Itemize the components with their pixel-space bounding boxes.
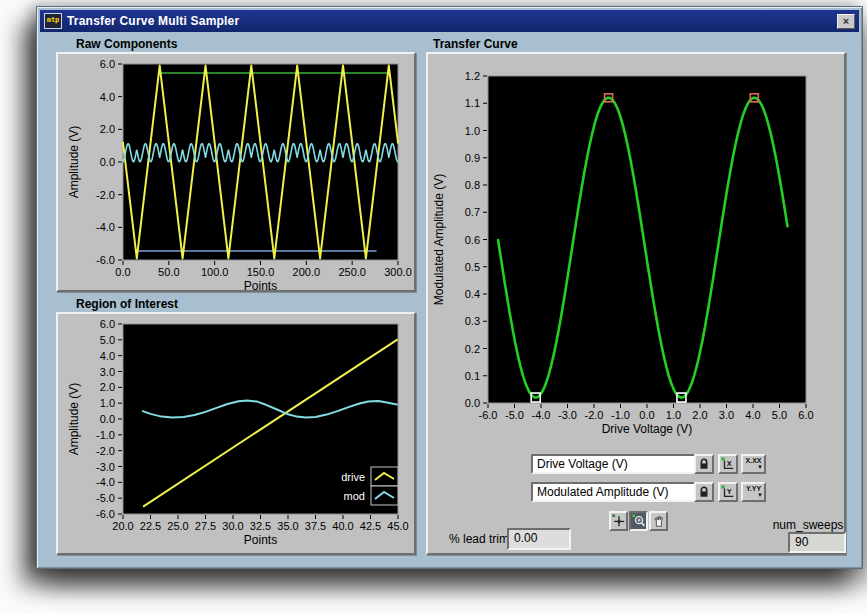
dropdown-arrow-icon: ▼ [757,492,763,498]
transfer-curve-panel-title: Transfer Curve [433,37,518,51]
lead-trim-input[interactable]: 0.00 [507,528,571,550]
svg-text:250.0: 250.0 [338,266,366,278]
transfer-curve-graph: -6.0-5.0-4.0-3.0-2.0-1.00.01.02.03.04.05… [428,54,844,458]
svg-text:150.0: 150.0 [247,266,275,278]
svg-text:Amplitude (V): Amplitude (V) [67,126,81,199]
window-title: Transfer Curve Multi Sampler [67,14,239,28]
close-button[interactable]: × [837,14,855,29]
svg-text:-6.0: -6.0 [96,508,115,520]
svg-text:Drive Voltage (V): Drive Voltage (V) [602,422,693,436]
y-axis-lock-button[interactable] [694,482,714,502]
svg-text:2.0: 2.0 [100,381,115,393]
svg-text:-1.0: -1.0 [611,409,630,421]
svg-text:4.0: 4.0 [100,350,115,362]
svg-text:Points: Points [244,533,277,547]
app-icon: mtp [44,13,62,29]
title-bar[interactable]: mtp Transfer Curve Multi Sampler × [40,10,859,32]
svg-text:1.2: 1.2 [465,70,480,82]
svg-text:Amplitude (V): Amplitude (V) [67,383,81,456]
svg-text:6.0: 6.0 [100,58,115,70]
lock-icon [697,485,711,499]
region-of-interest-graph: 20.022.525.027.530.032.535.037.540.042.5… [58,314,414,557]
y-scale-format-button[interactable]: Y.YY ▼ [741,482,766,502]
svg-text:2.0: 2.0 [692,409,707,421]
svg-text:27.5: 27.5 [195,520,216,532]
x-axis-autoscale-button[interactable]: X [718,454,738,474]
dropdown-arrow-icon: ▼ [757,464,763,470]
svg-text:Modulated Amplitude (V): Modulated Amplitude (V) [432,174,446,305]
svg-text:-2.0: -2.0 [96,189,115,201]
svg-text:0.1: 0.1 [465,370,480,382]
raw-components-graph: 0.050.0100.0150.0200.0250.0300.0-6.0-4.0… [58,54,414,294]
svg-text:0.7: 0.7 [465,206,480,218]
svg-text:X: X [727,459,732,468]
svg-text:0.9: 0.9 [465,152,480,164]
svg-text:6.0: 6.0 [100,318,115,330]
svg-text:mod: mod [344,490,365,502]
svg-text:100.0: 100.0 [201,266,229,278]
svg-text:-3.0: -3.0 [96,461,115,473]
raw-components-panel-title: Raw Components [76,37,177,51]
region-of-interest-panel: 20.022.525.027.530.032.535.037.540.042.5… [56,312,416,555]
svg-text:-3.0: -3.0 [558,409,577,421]
svg-text:0.0: 0.0 [639,409,654,421]
svg-text:25.0: 25.0 [167,520,188,532]
svg-text:45.0: 45.0 [387,520,408,532]
num-sweeps-label: num_sweeps [768,518,848,532]
svg-text:200.0: 200.0 [293,266,321,278]
svg-text:50.0: 50.0 [158,266,179,278]
svg-text:20.0: 20.0 [112,520,133,532]
y-axis-autoscale-button[interactable]: Y [718,482,738,502]
app-window: mtp Transfer Curve Multi Sampler × Raw C… [36,6,863,569]
svg-text:-2.0: -2.0 [96,445,115,457]
pan-tool-button[interactable] [649,511,668,531]
svg-text:Points: Points [244,279,277,290]
svg-text:32.5: 32.5 [250,520,271,532]
x-axis-lock-button[interactable] [694,454,714,474]
x-axis-label-field[interactable] [531,454,701,474]
svg-text:2.0: 2.0 [100,123,115,135]
svg-text:1.0: 1.0 [100,397,115,409]
svg-text:0.0: 0.0 [100,156,115,168]
svg-text:-2.0: -2.0 [585,409,604,421]
lock-icon [697,457,711,471]
magnifier-icon [632,514,646,528]
svg-text:-6.0: -6.0 [96,254,115,266]
raw-components-panel: 0.050.0100.0150.0200.0250.0300.0-6.0-4.0… [56,52,416,292]
svg-text:40.0: 40.0 [332,520,353,532]
svg-text:42.5: 42.5 [360,520,381,532]
svg-text:drive: drive [341,471,365,483]
svg-text:0.2: 0.2 [465,343,480,355]
svg-text:1.1: 1.1 [465,97,480,109]
svg-text:1.0: 1.0 [465,125,480,137]
svg-text:300.0: 300.0 [384,266,412,278]
svg-text:0.5: 0.5 [465,261,480,273]
region-of-interest-panel-title: Region of Interest [76,297,178,311]
tc-plot: -6.0-5.0-4.0-3.0-2.0-1.00.01.02.03.04.05… [428,54,844,454]
roi-plot: 20.022.525.027.530.032.535.037.540.042.5… [58,314,414,553]
svg-text:1.0: 1.0 [666,409,681,421]
num-sweeps-value[interactable]: 90 [788,532,846,553]
svg-text:22.5: 22.5 [140,520,161,532]
svg-text:-5.0: -5.0 [505,409,524,421]
lead-trim-label: % lead trim [449,532,509,546]
svg-text:6.0: 6.0 [798,409,813,421]
x-scale-format-button[interactable]: X.XX ▼ [741,454,766,474]
crosshair-tool-button[interactable] [609,511,628,531]
svg-text:4.0: 4.0 [745,409,760,421]
svg-text:-5.0: -5.0 [96,492,115,504]
zoom-tool-button[interactable] [629,511,648,531]
svg-text:3.0: 3.0 [719,409,734,421]
svg-text:0.6: 0.6 [465,234,480,246]
svg-text:0.0: 0.0 [115,266,130,278]
svg-text:0.3: 0.3 [465,315,480,327]
svg-text:-6.0: -6.0 [479,409,498,421]
svg-text:4.0: 4.0 [100,91,115,103]
y-axis-label-field[interactable] [531,482,701,502]
svg-text:3.0: 3.0 [100,366,115,378]
svg-text:30.0: 30.0 [222,520,243,532]
transfer-curve-panel: -6.0-5.0-4.0-3.0-2.0-1.00.01.02.03.04.05… [426,52,846,555]
svg-text:Y: Y [727,487,732,496]
svg-text:-4.0: -4.0 [532,409,551,421]
svg-text:35.0: 35.0 [277,520,298,532]
